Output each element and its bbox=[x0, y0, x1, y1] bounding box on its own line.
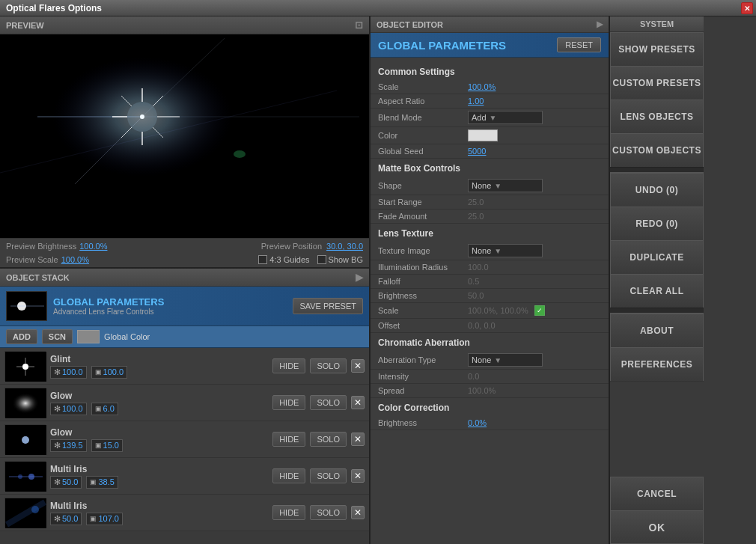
lens-objects-button[interactable]: LENS OBJECTS bbox=[610, 100, 704, 133]
texture-select[interactable]: None ▼ bbox=[468, 244, 543, 257]
preview-position-value[interactable]: 30.0, 30.0 bbox=[326, 242, 363, 251]
list-item[interactable]: Glint ✻ 100.0 ▣ 100.0 HIDE bbox=[0, 348, 369, 385]
dropdown-arrow-icon: ▼ bbox=[494, 356, 502, 364]
hide-button[interactable]: HIDE bbox=[272, 395, 305, 410]
save-preset-button[interactable]: SAVE PRESET bbox=[293, 298, 363, 314]
lens-flare-svg bbox=[0, 34, 369, 236]
preview-scale-value[interactable]: 100.0% bbox=[61, 255, 89, 264]
showbg-checkbox[interactable]: Show BG bbox=[317, 255, 363, 264]
item-val2[interactable]: ▣ 15.0 bbox=[91, 439, 123, 452]
color-swatch[interactable] bbox=[468, 129, 498, 141]
param-illum-row: Illumination Radius 100.0 bbox=[371, 260, 609, 275]
aspect-value[interactable]: 1.00 bbox=[468, 97, 484, 106]
preferences-button[interactable]: PREFERENCES bbox=[610, 347, 704, 381]
item-info: Multi Iris ✻ 50.0 ▣ 107.0 bbox=[50, 501, 268, 525]
shape-select[interactable]: None ▼ bbox=[468, 179, 543, 192]
global-thumbnail bbox=[6, 291, 47, 321]
item-val2[interactable]: ▣ 107.0 bbox=[86, 513, 123, 525]
preview-brightness-value[interactable]: 100.0% bbox=[79, 242, 107, 251]
global-color-label: Global Color bbox=[104, 332, 150, 341]
preview-canvas[interactable] bbox=[0, 34, 369, 238]
stack-expand-icon[interactable]: ▶ bbox=[356, 272, 363, 283]
list-item[interactable]: Multi Iris ✻ 50.0 ▣ 38.5 HIDE bbox=[0, 458, 369, 495]
clear-all-button[interactable]: CLEAR ALL bbox=[610, 274, 704, 308]
preview-brightness-item: Preview Brightness 100.0% bbox=[6, 242, 167, 251]
scn-button[interactable]: SCN bbox=[42, 329, 73, 344]
guides-checkbox[interactable]: 4:3 Guides bbox=[258, 255, 309, 264]
hide-button[interactable]: HIDE bbox=[272, 432, 305, 447]
item-val2[interactable]: ▣ 100.0 bbox=[91, 366, 128, 379]
remove-button[interactable]: ✕ bbox=[351, 396, 365, 409]
common-settings-title: Common Settings bbox=[371, 62, 609, 80]
item-val1[interactable]: ✻ 100.0 bbox=[50, 366, 87, 379]
cancel-button[interactable]: CANCEL bbox=[610, 477, 704, 510]
list-item[interactable]: Glow ✻ 139.5 ▣ 15.0 HIDE bbox=[0, 421, 369, 458]
list-item[interactable]: Multi Iris ✻ 50.0 ▣ 107.0 HID bbox=[0, 495, 369, 531]
list-item[interactable]: Glow ✻ 100.0 ▣ 6.0 HIDE bbox=[0, 385, 369, 421]
preview-expand-icon[interactable]: ⊡ bbox=[355, 19, 363, 31]
solo-button[interactable]: SOLO bbox=[310, 505, 347, 520]
solo-button[interactable]: SOLO bbox=[310, 468, 347, 483]
offset-value: 0.0, 0.0 bbox=[468, 321, 496, 330]
close-button[interactable]: ✕ bbox=[741, 2, 753, 14]
hide-button[interactable]: HIDE bbox=[272, 468, 305, 483]
preview-header: PREVIEW ⊡ bbox=[0, 16, 369, 34]
falloff-label: Falloff bbox=[378, 277, 468, 286]
item-val1[interactable]: ✻ 50.0 bbox=[50, 476, 82, 489]
custom-presets-button[interactable]: CUSTOM PRESETS bbox=[610, 66, 704, 100]
svg-point-15 bbox=[127, 102, 157, 132]
undo-button[interactable]: UNDO (0) bbox=[610, 173, 704, 207]
expand-icon[interactable]: ▶ bbox=[597, 19, 603, 29]
preview-position-label: Preview Position bbox=[261, 242, 322, 251]
fade-label: Fade Amount bbox=[378, 212, 468, 221]
object-stack-panel: OBJECT STACK ▶ GLOBAL PARAMETERS Advance… bbox=[0, 269, 369, 544]
link-checkbox[interactable]: ✓ bbox=[534, 305, 545, 316]
param-cc-brightness-row: Brightness 0.0% bbox=[371, 416, 609, 430]
hide-button[interactable]: HIDE bbox=[272, 358, 305, 373]
custom-objects-button[interactable]: CUSTOM OBJECTS bbox=[610, 133, 704, 167]
reset-button[interactable]: RESET bbox=[557, 37, 601, 52]
preview-label: PREVIEW bbox=[6, 21, 44, 30]
redo-button[interactable]: REDO (0) bbox=[610, 207, 704, 240]
startrange-label: Start Range bbox=[378, 198, 468, 207]
solo-button[interactable]: SOLO bbox=[310, 395, 347, 410]
cc-brightness-value[interactable]: 0.0% bbox=[468, 418, 487, 427]
seed-label: Global Seed bbox=[378, 147, 468, 156]
hide-button[interactable]: HIDE bbox=[272, 505, 305, 520]
param-aspect-row: Aspect Ratio 1.00 bbox=[371, 94, 609, 109]
ok-button[interactable]: OK bbox=[610, 510, 704, 544]
about-button[interactable]: ABOUT bbox=[610, 314, 704, 347]
global-color-swatch[interactable] bbox=[77, 330, 100, 343]
item-val2[interactable]: ▣ 38.5 bbox=[86, 476, 118, 489]
title-bar: Optical Flares Options ✕ bbox=[0, 0, 756, 16]
solo-button[interactable]: SOLO bbox=[310, 358, 347, 373]
item-val1[interactable]: ✻ 50.0 bbox=[50, 513, 82, 525]
spread-value: 100.0% bbox=[468, 386, 496, 395]
solo-button[interactable]: SOLO bbox=[310, 432, 347, 447]
right-panel: SYSTEM SHOW PRESETS CUSTOM PRESETS LENS … bbox=[610, 16, 704, 544]
item-val2[interactable]: ▣ 6.0 bbox=[91, 403, 118, 415]
illum-value: 100.0 bbox=[468, 263, 489, 272]
item-info: Glow ✻ 139.5 ▣ 15.0 bbox=[50, 427, 268, 452]
window-title: Optical Flares Options bbox=[6, 3, 102, 13]
remove-button[interactable]: ✕ bbox=[351, 433, 365, 446]
item-val1[interactable]: ✻ 100.0 bbox=[50, 403, 87, 415]
scale-value[interactable]: 100.0% bbox=[468, 82, 496, 91]
params-scroll[interactable]: Common Settings Scale 100.0% Aspect Rati… bbox=[371, 58, 609, 544]
object-editor-header: OBJECT EDITOR ▶ bbox=[371, 16, 609, 33]
remove-button[interactable]: ✕ bbox=[351, 469, 365, 483]
item-val1[interactable]: ✻ 139.5 bbox=[50, 439, 87, 452]
blend-mode-select[interactable]: Add ▼ bbox=[468, 111, 543, 124]
remove-button[interactable]: ✕ bbox=[351, 359, 365, 373]
seed-value[interactable]: 5000 bbox=[468, 147, 486, 156]
chromatic-title: Chromatic Aberration bbox=[371, 333, 609, 351]
add-button[interactable]: ADD bbox=[6, 329, 37, 344]
param-spread-row: Spread 100.0% bbox=[371, 384, 609, 398]
duplicate-button[interactable]: DUPLICATE bbox=[610, 240, 704, 274]
show-presets-button[interactable]: SHOW PRESETS bbox=[610, 32, 704, 66]
aberration-select[interactable]: None ▼ bbox=[468, 353, 543, 367]
dropdown-arrow-icon: ▼ bbox=[494, 182, 502, 190]
param-aberration-row: Aberration Type None ▼ bbox=[371, 351, 609, 370]
remove-button[interactable]: ✕ bbox=[351, 506, 365, 519]
item-info: Glint ✻ 100.0 ▣ 100.0 bbox=[50, 354, 268, 379]
